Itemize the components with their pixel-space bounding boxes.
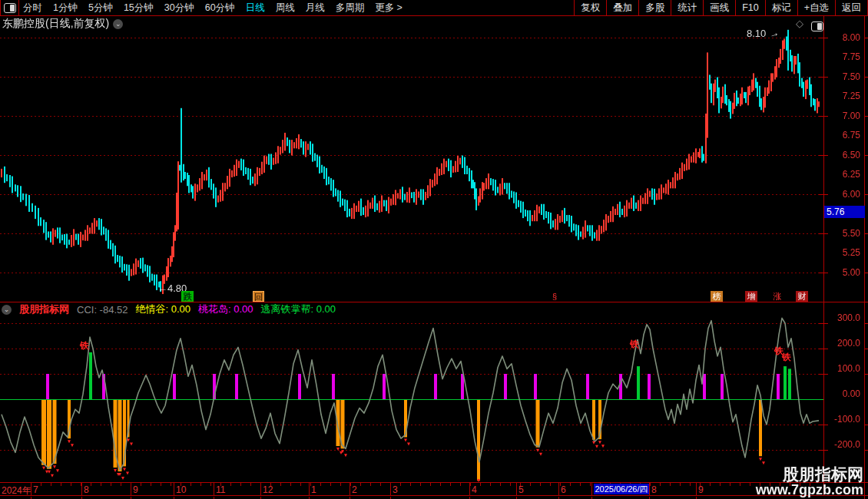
axis-tick xyxy=(819,273,828,273)
axis-tick xyxy=(819,450,828,451)
draw-line-button[interactable]: 画线 xyxy=(703,0,735,15)
month-label: 6 xyxy=(561,484,566,495)
month-separator xyxy=(591,483,592,495)
tab-multi-period[interactable]: 多周期 xyxy=(336,0,365,15)
watermark: 股朋指标网 www.7gpzb.com xyxy=(756,466,863,497)
sidebar-toggle-button[interactable] xyxy=(0,0,19,15)
signal-badge-hui[interactable]: 回 xyxy=(253,291,264,302)
month-separator xyxy=(131,483,131,495)
window-right-border xyxy=(864,16,865,499)
tab-5min[interactable]: 5分钟 xyxy=(88,0,113,15)
axis-tick xyxy=(865,425,868,425)
axis-tick xyxy=(819,323,828,324)
axis-tick xyxy=(865,116,868,117)
jueqinggu-value-label: 绝情谷: 0.00 xyxy=(135,302,190,316)
panel-toggle-icon[interactable] xyxy=(811,21,823,31)
tab-1min[interactable]: 1分钟 xyxy=(53,0,78,15)
price-axis-label: 7.25 xyxy=(828,91,860,101)
axis-tick xyxy=(819,194,828,195)
indicator-axis-label: 100.0 xyxy=(828,363,860,374)
taolitiezhangbang-value-label: 逃离铁掌帮: 0.00 xyxy=(261,302,336,316)
month-label: 9 xyxy=(133,484,138,495)
tab-weekly[interactable]: 周线 xyxy=(276,0,295,15)
cci-value-label: CCI: -84.52 xyxy=(77,304,128,316)
back-button[interactable]: 返回 xyxy=(835,0,868,15)
overlay-button[interactable]: 叠加 xyxy=(606,0,638,15)
diamond-marker-icon[interactable]: ◇ xyxy=(796,18,803,29)
axis-tick xyxy=(865,38,868,38)
multi-stock-button[interactable]: 多股 xyxy=(638,0,671,15)
taohuadao-value-label: 桃花岛: 0.00 xyxy=(198,302,253,316)
month-label: 10 xyxy=(176,484,186,495)
tab-more[interactable]: 更多 > xyxy=(375,0,403,15)
chevron-down-icon[interactable]: ⌄ xyxy=(2,305,12,315)
indicator-source-label[interactable]: 股朋指标网 xyxy=(19,302,69,316)
axis-tick xyxy=(865,77,868,78)
price-axis-label: 7.75 xyxy=(828,51,860,62)
stats-button[interactable]: 统计 xyxy=(671,0,703,15)
price-axis-label: 6.25 xyxy=(828,169,860,180)
watermark-site-name: 股朋指标网 xyxy=(756,466,863,483)
chevron-down-icon[interactable]: ⌄ xyxy=(113,19,123,29)
price-axis-label: 7.50 xyxy=(828,71,860,82)
month-separator xyxy=(174,483,174,495)
signal-badge-bang[interactable]: 榜 xyxy=(711,291,723,302)
f10-button[interactable]: F10 xyxy=(735,0,765,15)
tab-15min[interactable]: 15分钟 xyxy=(124,0,154,15)
panel-divider xyxy=(0,302,868,302)
tab-minute-chart[interactable]: 分时 xyxy=(23,0,42,15)
price-axis-label: 6.50 xyxy=(828,150,860,160)
arrow-icon: ← xyxy=(157,283,167,294)
tab-30min[interactable]: 30分钟 xyxy=(164,0,194,15)
axis-tick xyxy=(865,233,868,234)
month-separator xyxy=(214,483,214,495)
month-label: 4 xyxy=(472,484,477,495)
axis-tick xyxy=(819,349,828,349)
indicator-axis-label: 200.0 xyxy=(828,338,860,349)
indicator-chart-canvas[interactable] xyxy=(0,316,823,482)
tab-monthly[interactable]: 月线 xyxy=(306,0,325,15)
axis-tick xyxy=(865,273,868,273)
selected-date-tag: 2025/06/26/四 xyxy=(594,484,649,494)
watermark-url: www.7gpzb.com xyxy=(756,483,863,497)
axis-tick xyxy=(819,116,828,117)
signal-badge-zeng[interactable]: 增 xyxy=(745,291,757,302)
mark-button[interactable]: 标记 xyxy=(765,0,797,15)
month-separator xyxy=(649,483,650,495)
signal-badge-cai[interactable]: 财 xyxy=(796,291,808,302)
price-chart-canvas[interactable] xyxy=(0,16,823,301)
month-label: 3 xyxy=(393,484,398,495)
arrow-icon: → xyxy=(767,26,780,40)
stock-name-label[interactable]: 东鹏控股(日线,前复权) xyxy=(2,17,109,31)
month-separator xyxy=(31,483,31,495)
panel-toggle-icon xyxy=(4,3,16,13)
signal-mark-section[interactable]: § xyxy=(548,291,561,302)
month-separator xyxy=(558,483,559,495)
month-separator xyxy=(696,483,697,495)
month-label: 11 xyxy=(216,484,225,495)
month-separator xyxy=(469,483,470,495)
month-label: 9 xyxy=(698,484,704,495)
tools-menu: 复权 叠加 多股 统计 画线 F10 标记 +自选 返回 xyxy=(574,0,868,15)
indicator-header: ⌄ 股朋指标网 CCI: -84.52 绝情谷: 0.00 桃花岛: 0.00 … xyxy=(2,303,336,316)
month-separator xyxy=(350,483,350,495)
tab-daily[interactable]: 日线 xyxy=(246,0,265,15)
axis-tick xyxy=(819,38,828,38)
signal-mark-zhang[interactable]: 涨 xyxy=(771,291,784,302)
axis-tick xyxy=(865,194,868,195)
indicator-axis-label: 0.00 xyxy=(828,388,860,399)
month-label: 1 xyxy=(311,484,316,495)
price-axis-label: 5.50 xyxy=(828,228,860,239)
fuquan-button[interactable]: 复权 xyxy=(574,0,606,15)
price-axis-label: 6.00 xyxy=(828,189,860,200)
indicator-axis-label: -100.0 xyxy=(828,414,860,425)
signal-badge-die[interactable]: 跌 xyxy=(181,291,194,302)
price-axis-label: 5.00 xyxy=(828,267,860,278)
time-axis[interactable]: 2024年 7 8 9 10 11 12 1 2 3 4 5 6 8 9 202… xyxy=(0,482,868,496)
high-annotation: 8.10 → xyxy=(747,28,779,39)
tab-60min[interactable]: 60分钟 xyxy=(205,0,235,15)
top-toolbar: 分时 1分钟 5分钟 15分钟 30分钟 60分钟 日线 周线 月线 多周期 更… xyxy=(0,0,868,16)
month-label: 2 xyxy=(352,484,357,495)
add-watchlist-button[interactable]: +自选 xyxy=(797,0,835,15)
month-label: 7 xyxy=(33,484,38,495)
